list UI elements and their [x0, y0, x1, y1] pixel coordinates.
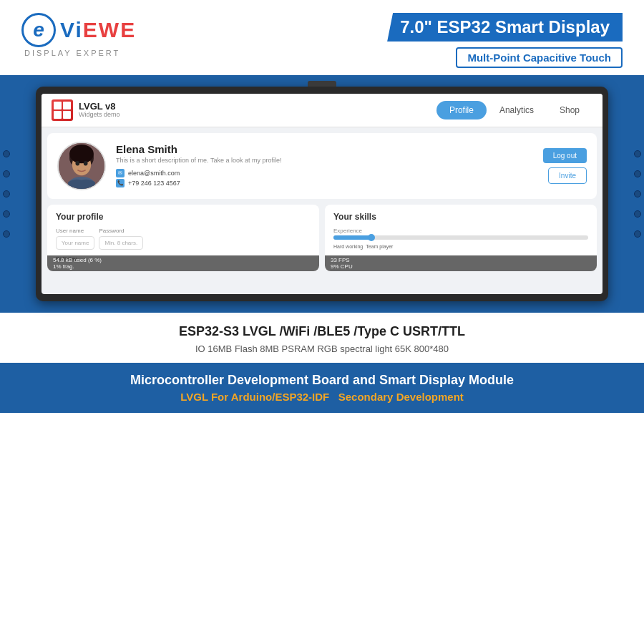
memory-stats: 54.8 kB used (6 %)1% frag.	[47, 255, 319, 271]
phone-icon: 📞	[116, 179, 125, 187]
screw-r3	[634, 190, 641, 197]
profile-info: Elena Smith This is a short description …	[116, 143, 533, 190]
progress-thumb	[368, 234, 375, 241]
fps-stats-text: 33 FPS9% CPU	[331, 257, 353, 270]
svg-point-4	[76, 161, 80, 166]
your-profile-panel: Your profile User name Your name Passwor…	[47, 205, 319, 271]
your-skills-panel: Your skills Experience Hard working	[325, 205, 597, 271]
screw-holes-left	[3, 150, 10, 238]
tab-profile[interactable]: Profile	[436, 101, 487, 119]
bottom-panels: Your profile User name Your name Passwor…	[42, 205, 602, 277]
email-icon: ✉	[116, 169, 125, 177]
profile-actions: Log out Invite	[543, 148, 587, 184]
lvgl-nav: Profile Analytics Shop	[436, 101, 592, 119]
specs-line2: IO 16MB Flash 8MB PSRAM RGB spectral lig…	[21, 343, 623, 354]
profile-card: Elena Smith This is a short description …	[47, 133, 597, 199]
screw-3	[3, 190, 10, 197]
password-field-group: Password Min. 8 chars.	[99, 228, 143, 250]
screw-r2	[634, 170, 641, 177]
lvgl-ui: LVGL v8 Widgets demo Profile Analytics S…	[42, 94, 602, 294]
lvgl-logo-text: LVGL v8 Widgets demo	[79, 102, 120, 119]
screw-holes-right	[634, 150, 641, 238]
tab-analytics[interactable]: Analytics	[487, 101, 547, 119]
screw-r1	[634, 150, 641, 157]
screw-2	[3, 170, 10, 177]
top-section: e ViEWE DISPLAY EXPERT 7.0" ESP32 Smart …	[0, 0, 644, 75]
password-label: Password	[99, 228, 143, 234]
screw-1	[3, 150, 10, 157]
avatar	[57, 142, 106, 190]
logo-subtitle: DISPLAY EXPERT	[21, 49, 120, 57]
specs-line1: ESP32-S3 LVGL /WiFi /BLE5 /Type C USRT/T…	[21, 324, 623, 339]
logo-text: ViEWE	[60, 18, 136, 42]
bottom-highlight: Secondary Development	[338, 391, 464, 403]
logo-highlight: EWE	[83, 18, 136, 42]
skills-row: Hard working Team player	[333, 244, 588, 249]
username-field-group: User name Your name	[56, 228, 94, 250]
lvgl-header: LVGL v8 Widgets demo Profile Analytics S…	[42, 94, 602, 127]
username-label: User name	[56, 228, 94, 234]
screw-r5	[634, 230, 641, 238]
memory-stats-text: 54.8 kB used (6 %)1% frag.	[53, 257, 102, 270]
username-input[interactable]: Your name	[56, 236, 94, 250]
bottom-banner: Microcontroller Development Board and Sm…	[0, 363, 644, 413]
skill-team-player: Team player	[366, 244, 393, 249]
screw-4	[3, 210, 10, 218]
experience-label: Experience	[333, 228, 588, 234]
email-text: elena@smith.com	[128, 170, 180, 177]
your-skills-title: Your skills	[333, 212, 588, 222]
experience-progress: Experience	[333, 228, 588, 240]
password-input[interactable]: Min. 8 chars.	[99, 236, 143, 250]
phone-row: 📞 +79 246 123 4567	[116, 179, 533, 187]
lvgl-title: LVGL v8	[79, 102, 120, 112]
lvgl-subtitle: Widgets demo	[79, 112, 120, 119]
board-section: LVGL v8 Widgets demo Profile Analytics S…	[0, 75, 644, 313]
bottom-prefix: LVGL For Arduino/ESP32-IDF	[180, 391, 329, 403]
logo-e-icon: e	[21, 13, 56, 47]
lvgl-logo-icon	[52, 99, 73, 121]
svg-point-3	[69, 145, 94, 163]
tab-shop[interactable]: Shop	[547, 101, 592, 119]
lvgl-logo: LVGL v8 Widgets demo	[52, 99, 120, 121]
email-row: ✉ elena@smith.com	[116, 169, 533, 177]
fps-stats: 33 FPS9% CPU	[325, 255, 597, 271]
logout-button[interactable]: Log out	[543, 148, 587, 163]
logo-row: e ViEWE	[21, 13, 136, 47]
logo-area: e ViEWE DISPLAY EXPERT	[21, 13, 136, 57]
your-profile-title: Your profile	[56, 212, 311, 222]
svg-point-5	[84, 161, 88, 166]
skill-hard-working: Hard working	[333, 244, 363, 249]
screw-r4	[634, 210, 641, 218]
touch-label: Mult-Point Capacitive Touch	[456, 47, 623, 68]
profile-desc: This is a short description of me. Take …	[116, 157, 533, 165]
right-header: 7.0" ESP32 Smart Display Mult-Point Capa…	[387, 13, 623, 68]
username-password-row: User name Your name Password Min. 8 char…	[56, 228, 311, 250]
phone-text: +79 246 123 4567	[128, 180, 180, 187]
display-frame: LVGL v8 Widgets demo Profile Analytics S…	[36, 87, 608, 301]
product-title: 7.0" ESP32 Smart Display	[387, 13, 623, 42]
info-section: ESP32-S3 LVGL /WiFi /BLE5 /Type C USRT/T…	[0, 313, 644, 363]
progress-track	[333, 235, 588, 240]
invite-button[interactable]: Invite	[548, 167, 587, 184]
screw-5	[3, 230, 10, 238]
progress-fill	[333, 235, 371, 240]
bottom-banner-title: Microcontroller Development Board and Sm…	[21, 373, 623, 388]
bottom-banner-sub: LVGL For Arduino/ESP32-IDF Secondary Dev…	[21, 391, 623, 403]
profile-name: Elena Smith	[116, 143, 533, 155]
screen-content: LVGL v8 Widgets demo Profile Analytics S…	[42, 94, 602, 294]
